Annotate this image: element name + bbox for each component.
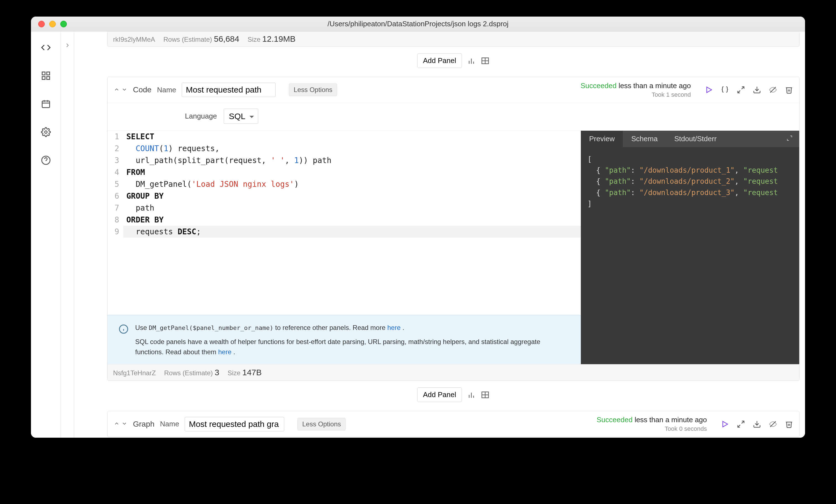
previous-panel-footer: rkI9s2lyMMeA Rows (Estimate) 56,684 Size… xyxy=(107,32,799,47)
tab-schema[interactable]: Schema xyxy=(623,131,666,147)
panel-status: Succeeded less than a minute ago Took 0 … xyxy=(596,415,707,433)
svg-rect-1 xyxy=(47,72,50,75)
panel-id: Nsfg1TeHnarZ xyxy=(113,369,156,377)
add-panel-button[interactable]: Add Panel xyxy=(417,53,462,68)
info-link-2[interactable]: here xyxy=(218,348,231,356)
run-panel-icon[interactable] xyxy=(721,420,729,428)
main-content: rkI9s2lyMMeA Rows (Estimate) 56,684 Size… xyxy=(74,32,805,438)
add-chart-icon[interactable] xyxy=(467,390,476,399)
panel-header: Graph Name Less Options Succeeded less t… xyxy=(108,411,799,437)
expand-icon[interactable] xyxy=(737,420,745,428)
panel-name-label: Name xyxy=(160,420,179,428)
panel-type-label: Graph xyxy=(133,420,154,429)
svg-line-18 xyxy=(742,87,744,89)
info-link-1[interactable]: here xyxy=(387,324,401,331)
add-chart-icon[interactable] xyxy=(467,56,476,65)
download-icon[interactable] xyxy=(753,420,761,428)
tab-preview[interactable]: Preview xyxy=(581,131,623,147)
tab-stdout[interactable]: Stdout/Stderr xyxy=(666,131,725,147)
svg-marker-17 xyxy=(707,87,712,93)
info-icon xyxy=(119,324,129,334)
add-table-icon[interactable] xyxy=(481,390,490,399)
less-options-button[interactable]: Less Options xyxy=(289,83,337,96)
panel-subheader: Language SQL xyxy=(108,103,799,131)
svg-rect-3 xyxy=(47,77,50,80)
svg-marker-31 xyxy=(723,421,728,427)
svg-line-33 xyxy=(738,425,740,427)
hide-icon[interactable] xyxy=(769,420,777,428)
panel-name-label: Name xyxy=(157,86,176,94)
code-editor[interactable]: 1SELECT 2 COUNT(1) requests, 3 url_path(… xyxy=(108,131,581,365)
preview-pane: Preview Schema Stdout/Stderr [ { "path":… xyxy=(581,131,799,365)
move-panel-up-icon[interactable] xyxy=(114,86,120,93)
panel-status: Succeeded less than a minute ago Took 1 … xyxy=(581,81,691,99)
code-panel: Code Name Less Options Succeeded less th… xyxy=(107,77,799,381)
move-panel-down-icon[interactable] xyxy=(121,421,128,427)
less-options-button[interactable]: Less Options xyxy=(298,418,346,430)
code-nav-icon[interactable] xyxy=(40,42,52,53)
svg-line-19 xyxy=(738,91,740,93)
add-panel-bar-2: Add Panel xyxy=(107,381,799,411)
help-nav-icon[interactable] xyxy=(40,155,52,166)
settings-nav-icon[interactable] xyxy=(40,127,52,138)
language-select[interactable]: SQL xyxy=(224,109,258,124)
run-panel-icon[interactable] xyxy=(705,86,713,94)
panel-id: rkI9s2lyMMeA xyxy=(113,36,155,43)
delete-icon[interactable] xyxy=(785,86,793,94)
dashboard-nav-icon[interactable] xyxy=(40,70,52,81)
graph-panel: Graph Name Less Options Succeeded less t… xyxy=(107,411,799,437)
app-window: /Users/philipeaton/DataStationProjects/j… xyxy=(31,17,805,438)
preview-expand-icon[interactable] xyxy=(780,131,799,147)
svg-rect-0 xyxy=(42,72,45,75)
svg-point-8 xyxy=(44,131,47,133)
braces-icon[interactable] xyxy=(721,86,729,94)
preview-tabs: Preview Schema Stdout/Stderr xyxy=(581,131,799,147)
hide-icon[interactable] xyxy=(769,86,777,94)
preview-body: [ { "path": "/downloads/product_1", "req… xyxy=(581,147,799,365)
info-box: Use DM_getPanel($panel_number_or_name) t… xyxy=(108,315,581,365)
move-panel-down-icon[interactable] xyxy=(121,86,128,93)
language-label: Language xyxy=(185,112,217,120)
calendar-nav-icon[interactable] xyxy=(40,98,52,110)
svg-rect-4 xyxy=(42,101,50,108)
move-panel-up-icon[interactable] xyxy=(114,421,120,427)
titlebar: /Users/philipeaton/DataStationProjects/j… xyxy=(31,17,805,32)
svg-rect-2 xyxy=(42,77,45,80)
expand-icon[interactable] xyxy=(737,86,745,94)
delete-icon[interactable] xyxy=(785,420,793,428)
svg-line-32 xyxy=(742,421,744,423)
panel-name-input[interactable] xyxy=(182,83,276,97)
add-panel-bar: Add Panel xyxy=(107,47,799,77)
sidebar xyxy=(31,32,61,438)
window-title: /Users/philipeaton/DataStationProjects/j… xyxy=(31,20,805,28)
panel-name-input[interactable] xyxy=(185,417,284,431)
panel-header: Code Name Less Options Succeeded less th… xyxy=(108,77,799,103)
add-panel-button[interactable]: Add Panel xyxy=(417,387,462,402)
panel-footer: Nsfg1TeHnarZ Rows (Estimate) 3 Size 147B xyxy=(108,364,799,381)
panel-type-label: Code xyxy=(133,85,152,94)
download-icon[interactable] xyxy=(753,86,761,94)
sidebar-toggle[interactable] xyxy=(61,32,74,438)
add-table-icon[interactable] xyxy=(481,56,490,65)
